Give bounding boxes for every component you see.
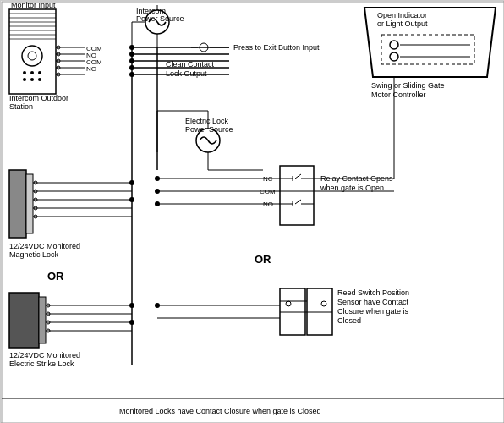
svg-point-104 [129, 320, 134, 325]
svg-text:Motor Controller: Motor Controller [371, 91, 426, 99]
svg-point-164 [129, 58, 134, 63]
svg-text:Reed Switch Position: Reed Switch Position [337, 288, 409, 297]
svg-text:Sensor have Contact: Sensor have Contact [337, 298, 409, 306]
svg-text:Swing or Sliding Gate: Swing or Sliding Gate [371, 81, 445, 90]
svg-rect-89 [9, 293, 39, 348]
svg-text:Lock Output: Lock Output [166, 69, 207, 78]
svg-point-11 [23, 71, 26, 74]
svg-point-166 [129, 72, 134, 77]
svg-text:Closure when gate is: Closure when gate is [337, 307, 409, 316]
svg-text:Electric Strike Lock: Electric Strike Lock [9, 360, 74, 368]
svg-text:Power Source: Power Source [185, 125, 233, 134]
svg-text:12/24VDC Monitored: 12/24VDC Monitored [9, 351, 80, 360]
svg-point-163 [129, 52, 134, 57]
svg-point-127 [155, 189, 160, 194]
svg-text:Station: Station [9, 102, 33, 111]
svg-text:Open Indicator: Open Indicator [377, 11, 427, 19]
svg-point-162 [129, 45, 134, 50]
svg-point-128 [155, 201, 160, 206]
svg-point-14 [23, 78, 26, 81]
svg-point-16 [38, 78, 41, 81]
wiring-diagram: Monitor Input COM NO COM NC Intercom Out… [0, 0, 504, 423]
svg-text:Press to Exit Button Input: Press to Exit Button Input [233, 43, 320, 52]
svg-text:Magnetic Lock: Magnetic Lock [9, 250, 59, 259]
svg-text:Closed: Closed [337, 316, 361, 325]
svg-text:Monitored Locks have Contact C: Monitored Locks have Contact Closure whe… [119, 407, 321, 415]
svg-text:OR: OR [255, 253, 271, 266]
svg-point-15 [30, 78, 34, 81]
svg-point-13 [38, 71, 41, 74]
svg-text:Electric Lock: Electric Lock [185, 117, 229, 125]
svg-point-165 [129, 65, 134, 70]
svg-point-103 [129, 303, 134, 308]
svg-point-12 [30, 71, 34, 74]
svg-point-143 [155, 303, 160, 308]
svg-text:Intercom Outdoor: Intercom Outdoor [9, 94, 68, 102]
svg-rect-63 [26, 174, 33, 233]
svg-text:OR: OR [47, 270, 64, 283]
svg-text:or Light Output: or Light Output [377, 19, 428, 28]
svg-rect-62 [9, 170, 26, 238]
svg-text:NC: NC [86, 65, 96, 73]
svg-rect-90 [39, 297, 46, 343]
svg-point-126 [155, 176, 160, 181]
svg-text:12/24VDC Monitored: 12/24VDC Monitored [9, 242, 80, 250]
svg-text:Monitor Input: Monitor Input [11, 1, 56, 9]
svg-text:Clean Contact: Clean Contact [166, 60, 215, 69]
